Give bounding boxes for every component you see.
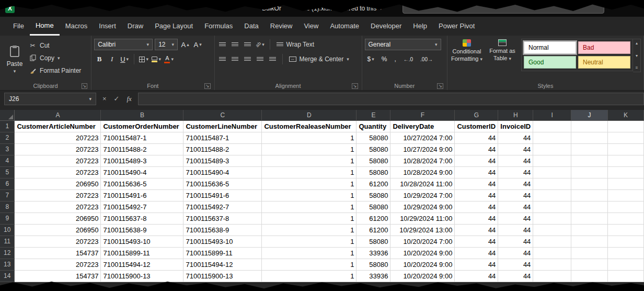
- cell-A10[interactable]: 206950: [15, 225, 101, 236]
- cell-B1[interactable]: CustomerOrderNumber: [101, 121, 183, 132]
- cell-I9[interactable]: [533, 213, 571, 225]
- cell-B12[interactable]: 7100115899-11: [101, 248, 183, 259]
- style-good[interactable]: Good: [524, 56, 576, 69]
- cell-I5[interactable]: [533, 167, 571, 178]
- cell-H11[interactable]: 44: [498, 236, 533, 248]
- cell-J9[interactable]: [571, 213, 608, 225]
- cell-E7[interactable]: 58080: [356, 190, 390, 202]
- cell-J3[interactable]: [571, 144, 608, 155]
- cell-K5[interactable]: [608, 167, 644, 178]
- column-header-B[interactable]: B: [101, 110, 183, 121]
- cell-H8[interactable]: 44: [498, 202, 533, 213]
- cell-D2[interactable]: 1: [262, 132, 356, 144]
- style-neutral[interactable]: Neutral: [578, 56, 630, 69]
- cell-K1[interactable]: [608, 121, 644, 132]
- align-right-button[interactable]: [243, 53, 253, 65]
- increase-decimal-button[interactable]: ←.0: [401, 53, 416, 65]
- cell-D14[interactable]: 1: [262, 271, 356, 282]
- cell-E5[interactable]: 58080: [356, 167, 390, 178]
- row-header-2[interactable]: 2: [0, 132, 15, 144]
- cell-C4[interactable]: 7100115489-3: [183, 155, 262, 167]
- align-middle-button[interactable]: [230, 39, 240, 50]
- row-header-12[interactable]: 12: [0, 248, 15, 259]
- cell-B8[interactable]: 7100115492-7: [101, 202, 183, 213]
- cell-B3[interactable]: 7100115488-2: [101, 144, 183, 155]
- row-header-1[interactable]: 1: [0, 121, 15, 132]
- cell-F1[interactable]: DeliveryDate: [390, 121, 455, 132]
- cell-D3[interactable]: 1: [262, 144, 356, 155]
- cell-J14[interactable]: [571, 271, 608, 282]
- cell-G9[interactable]: 44: [455, 213, 498, 225]
- merge-center-button[interactable]: ↔ Merge & Center ▾: [287, 54, 351, 65]
- row-header-5[interactable]: 5: [0, 167, 15, 178]
- cell-K8[interactable]: [608, 202, 644, 213]
- font-name-combo[interactable]: Calibri ▾: [94, 39, 153, 50]
- cell-K2[interactable]: [608, 132, 644, 144]
- cell-E9[interactable]: 61200: [356, 213, 390, 225]
- underline-button[interactable]: U▾: [119, 53, 130, 65]
- cell-E3[interactable]: 58080: [356, 144, 390, 155]
- cell-C11[interactable]: 7100115493-10: [183, 236, 262, 248]
- row-header-8[interactable]: 8: [0, 202, 15, 213]
- format-painter-button[interactable]: Format Painter: [27, 65, 83, 76]
- cell-B10[interactable]: 7100115638-9: [101, 225, 183, 236]
- cell-C12[interactable]: 7100115899-11: [183, 248, 262, 259]
- tab-developer[interactable]: Developer: [365, 17, 407, 36]
- cell-A9[interactable]: 206950: [15, 213, 101, 225]
- currency-format-button[interactable]: $▾: [365, 53, 377, 65]
- cell-G11[interactable]: 44: [455, 236, 498, 248]
- cell-K12[interactable]: [608, 248, 644, 259]
- cell-K11[interactable]: [608, 236, 644, 248]
- cell-C7[interactable]: 7100115491-6: [183, 190, 262, 202]
- formula-input[interactable]: [138, 93, 644, 105]
- cell-G5[interactable]: 44: [455, 167, 498, 178]
- cell-H3[interactable]: 44: [498, 144, 533, 155]
- cell-G3[interactable]: 44: [455, 144, 498, 155]
- cell-C1[interactable]: CustomerLineNumber: [183, 121, 262, 132]
- cell-K7[interactable]: [608, 190, 644, 202]
- cell-A5[interactable]: 207223: [15, 167, 101, 178]
- tab-automate[interactable]: Automate: [324, 17, 365, 36]
- cell-C13[interactable]: 7100115494-12: [183, 259, 262, 271]
- row-header-13[interactable]: 13: [0, 259, 15, 271]
- cell-E2[interactable]: 58080: [356, 132, 390, 144]
- cell-K13[interactable]: [608, 259, 644, 271]
- cell-B2[interactable]: 7100115487-1: [101, 132, 183, 144]
- column-header-K[interactable]: K: [608, 110, 644, 121]
- tab-view[interactable]: View: [298, 17, 324, 36]
- cell-C5[interactable]: 7100115490-4: [183, 167, 262, 178]
- cell-A2[interactable]: 207223: [15, 132, 101, 144]
- cell-I6[interactable]: [533, 178, 571, 190]
- font-color-button[interactable]: A ▾: [164, 53, 174, 65]
- cell-I11[interactable]: [533, 236, 571, 248]
- style-gallery-scrollbar[interactable]: ▴ ▾ ≡: [633, 39, 641, 72]
- cell-H4[interactable]: 44: [498, 155, 533, 167]
- style-normal[interactable]: Normal: [524, 41, 576, 54]
- column-header-G[interactable]: G: [455, 110, 498, 121]
- search-box[interactable]: [402, 3, 604, 14]
- style-bad[interactable]: Bad: [578, 41, 630, 54]
- cell-J4[interactable]: [571, 155, 608, 167]
- cell-F8[interactable]: 10/29/2024 9:00: [390, 202, 455, 213]
- cell-F12[interactable]: 10/20/2024 9:00: [390, 248, 455, 259]
- cell-G6[interactable]: 44: [455, 178, 498, 190]
- cell-B4[interactable]: 7100115489-3: [101, 155, 183, 167]
- cell-D13[interactable]: 1: [262, 259, 356, 271]
- tab-home[interactable]: Home: [30, 17, 60, 36]
- cell-F4[interactable]: 10/28/2024 7:00: [390, 155, 455, 167]
- cell-E13[interactable]: 58080: [356, 259, 390, 271]
- cell-J12[interactable]: [571, 248, 608, 259]
- cell-I8[interactable]: [533, 202, 571, 213]
- cell-F11[interactable]: 10/20/2024 7:00: [390, 236, 455, 248]
- cell-B13[interactable]: 7100115494-12: [101, 259, 183, 271]
- cell-F5[interactable]: 10/28/2024 9:00: [390, 167, 455, 178]
- cell-E11[interactable]: 58080: [356, 236, 390, 248]
- row-header-4[interactable]: 4: [0, 155, 15, 167]
- cell-D4[interactable]: 1: [262, 155, 356, 167]
- cell-D9[interactable]: 1: [262, 213, 356, 225]
- decrease-indent-button[interactable]: [255, 53, 266, 65]
- column-header-F[interactable]: F: [390, 110, 455, 121]
- font-dialog-launcher-icon[interactable]: ↘: [204, 83, 211, 89]
- italic-button[interactable]: I: [107, 53, 117, 65]
- cell-D7[interactable]: 1: [262, 190, 356, 202]
